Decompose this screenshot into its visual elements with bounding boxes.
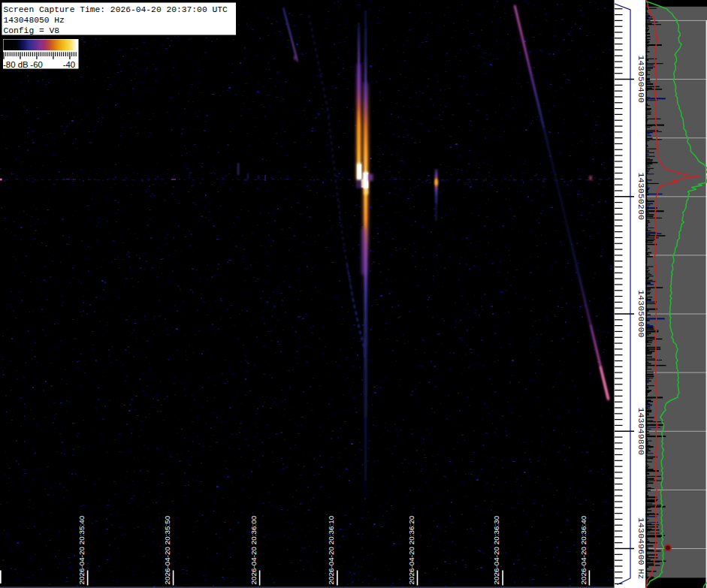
svg-text:143050200: 143050200 <box>636 173 646 221</box>
svg-text:2026-04-20 20:35:50: 2026-04-20 20:35:50 <box>163 515 171 584</box>
svg-text:-80 dB: -80 dB <box>3 60 29 69</box>
svg-text:Screen Capture Time: 2026-04-2: Screen Capture Time: 2026-04-20 20:37:00… <box>4 5 228 14</box>
svg-text:-60: -60 <box>30 60 42 69</box>
svg-text:-40: -40 <box>63 60 75 69</box>
svg-text:2026-04-20 20:36:40: 2026-04-20 20:36:40 <box>579 515 588 584</box>
svg-text:2026-04-20 20:35:40: 2026-04-20 20:35:40 <box>77 515 86 584</box>
svg-text:143049600: 143049600 <box>636 517 646 565</box>
svg-text:143050400: 143050400 <box>636 56 646 104</box>
svg-text:Config = V8: Config = V8 <box>4 26 60 35</box>
svg-text:143048050 Hz: 143048050 Hz <box>4 16 65 25</box>
svg-text:2026-04-20 20:36:20: 2026-04-20 20:36:20 <box>407 515 415 584</box>
svg-text:143050000: 143050000 <box>636 290 646 338</box>
svg-text:2026-04-20 20:36:30: 2026-04-20 20:36:30 <box>492 515 500 584</box>
svg-text:143049800: 143049800 <box>636 408 646 456</box>
svg-text:2026-04-20 20:36:00: 2026-04-20 20:36:00 <box>249 515 258 584</box>
svg-text:Hz: Hz <box>636 569 646 580</box>
svg-text:2026-04-20 20:36:10: 2026-04-20 20:36:10 <box>327 515 335 584</box>
